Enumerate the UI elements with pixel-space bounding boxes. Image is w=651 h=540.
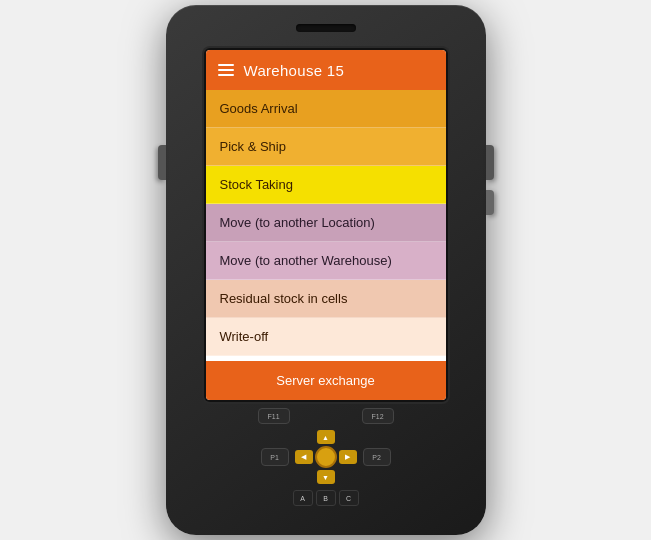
menu-item-goods-arrival[interactable]: Goods Arrival xyxy=(206,90,446,128)
menu-item-pick-ship[interactable]: Pick & Ship xyxy=(206,128,446,166)
fn-row: F11 F12 xyxy=(258,408,394,424)
device-bottom: F11 F12 P1 ▲ ◀ ▶ ▼ P2 xyxy=(166,400,486,535)
key-a[interactable]: A xyxy=(293,490,313,506)
menu-item-writeoff[interactable]: Write-off xyxy=(206,318,446,356)
menu-item-residual[interactable]: Residual stock in cells xyxy=(206,280,446,318)
speaker xyxy=(296,24,356,32)
nav-row: P1 ▲ ◀ ▶ ▼ P2 xyxy=(261,430,391,484)
menu-item-move-location[interactable]: Move (to another Location) xyxy=(206,204,446,242)
f12-key[interactable]: F12 xyxy=(362,408,394,424)
f11-key[interactable]: F11 xyxy=(258,408,290,424)
handheld-device: Warehouse 15 Goods Arrival Pick & Ship S… xyxy=(166,5,486,535)
menu-item-stock-taking[interactable]: Stock Taking xyxy=(206,166,446,204)
hamburger-icon[interactable] xyxy=(218,64,234,76)
side-button-right-2[interactable] xyxy=(486,190,494,215)
nav-center[interactable] xyxy=(315,446,337,468)
menu-list: Goods Arrival Pick & Ship Stock Taking M… xyxy=(206,90,446,356)
key-c[interactable]: C xyxy=(339,490,359,506)
nav-down[interactable]: ▼ xyxy=(317,470,335,484)
nav-left[interactable]: ◀ xyxy=(295,450,313,464)
server-exchange-button[interactable]: Server exchange xyxy=(206,361,446,400)
side-button-left[interactable] xyxy=(158,145,166,180)
device-top xyxy=(166,5,486,50)
screen: Warehouse 15 Goods Arrival Pick & Ship S… xyxy=(206,50,446,400)
app-header: Warehouse 15 xyxy=(206,50,446,90)
p1-key[interactable]: P1 xyxy=(261,448,289,466)
nav-cluster: ▲ ◀ ▶ ▼ xyxy=(295,430,357,484)
menu-item-move-warehouse[interactable]: Move (to another Warehouse) xyxy=(206,242,446,280)
letter-row: A B C xyxy=(293,490,359,506)
app-title: Warehouse 15 xyxy=(244,62,345,79)
key-b[interactable]: B xyxy=(316,490,336,506)
nav-up[interactable]: ▲ xyxy=(317,430,335,444)
nav-right[interactable]: ▶ xyxy=(339,450,357,464)
p2-key[interactable]: P2 xyxy=(363,448,391,466)
side-button-right[interactable] xyxy=(486,145,494,180)
